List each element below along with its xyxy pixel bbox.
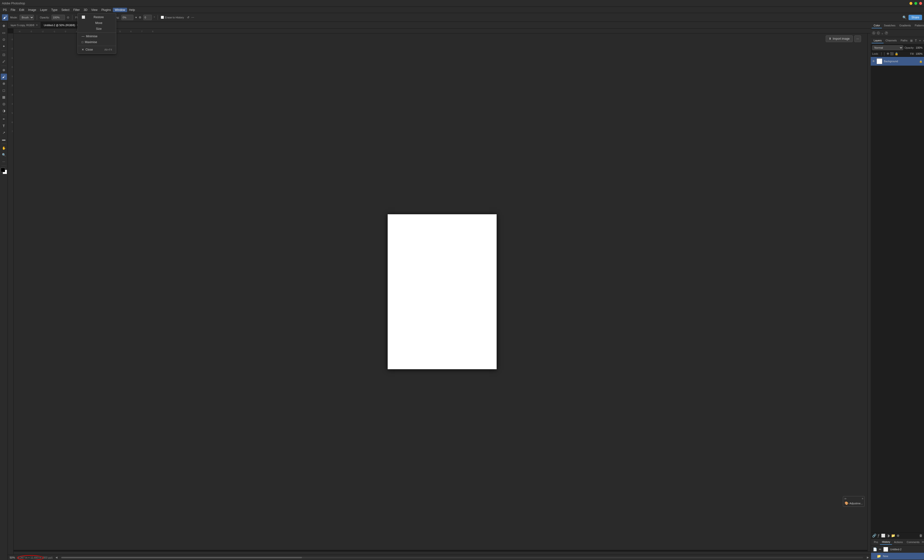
menu-3d[interactable]: 3D bbox=[82, 8, 89, 12]
maximize-button[interactable] bbox=[914, 2, 917, 5]
menu-image[interactable]: Image bbox=[26, 8, 38, 12]
pen-tool[interactable]: ✒ bbox=[1, 116, 7, 122]
airbrush-icon[interactable]: ⋯ bbox=[191, 16, 194, 19]
angle-input[interactable] bbox=[143, 15, 152, 20]
tab-comments[interactable]: Comments bbox=[904, 540, 921, 545]
add-mask-btn[interactable]: ⬜ bbox=[881, 534, 885, 538]
tab-pro[interactable]: Pro bbox=[872, 540, 880, 545]
lock-pixels-icon[interactable]: ⋮⋮ bbox=[880, 52, 886, 55]
adjustments-close[interactable]: ✕ bbox=[861, 497, 864, 500]
tab-color[interactable]: Color bbox=[872, 23, 882, 28]
menu-help[interactable]: Help bbox=[127, 8, 137, 12]
hand-tool[interactable]: ✋ bbox=[1, 145, 7, 151]
dodge-tool[interactable]: ◑ bbox=[1, 108, 7, 114]
new-layer-btn[interactable]: ⊕ bbox=[897, 534, 900, 538]
menu-window[interactable]: Window bbox=[113, 8, 127, 12]
magic-wand-tool[interactable]: ✦ bbox=[1, 43, 7, 49]
more-options-button[interactable]: ··· bbox=[854, 35, 861, 42]
share-button[interactable]: Share bbox=[909, 15, 922, 20]
opacity-input[interactable] bbox=[52, 15, 65, 20]
dropdown-size[interactable]: Size bbox=[78, 26, 116, 32]
color-panel-icon-4[interactable]: Ⓟ bbox=[885, 31, 888, 35]
nav-left-icon[interactable]: ◀ bbox=[56, 556, 57, 559]
dropdown-close[interactable]: ✕ Close Alt+F4 bbox=[78, 47, 116, 52]
import-image-button[interactable]: ⬆ Import image bbox=[826, 35, 853, 42]
brush-tool[interactable]: 🖌 bbox=[1, 73, 7, 80]
layers-panel-icon-3[interactable]: + bbox=[918, 39, 922, 43]
path-select-tool[interactable]: ↗ bbox=[1, 130, 7, 136]
tab-history[interactable]: History bbox=[880, 539, 892, 545]
blur-tool[interactable]: ◎ bbox=[1, 101, 7, 107]
color-panel-icon-3[interactable]: ⬦ bbox=[881, 31, 884, 35]
opacity-icon[interactable]: ⊙ bbox=[67, 16, 69, 19]
delete-layer-btn[interactable]: 🗑 bbox=[919, 534, 922, 538]
tab-layer5copy[interactable]: layer 5 copy, RGB/8 ✕ bbox=[8, 22, 41, 28]
clone-tool[interactable]: ⊗ bbox=[1, 80, 7, 87]
layer-visibility-icon[interactable]: 👁 bbox=[872, 60, 875, 63]
brush-mode-select[interactable]: Brush bbox=[20, 15, 34, 20]
color-panel-icon-2[interactable]: Ⓒ bbox=[877, 31, 880, 35]
crop-tool[interactable]: ⊡ bbox=[1, 52, 7, 58]
dropdown-minimise[interactable]: — Minimise bbox=[78, 33, 116, 39]
lasso-tool[interactable]: ⊙ bbox=[1, 36, 7, 43]
erase-to-history-checkbox-label[interactable]: Erase to History bbox=[161, 16, 184, 19]
zoom-tool[interactable]: 🔍 bbox=[1, 151, 7, 158]
tab-channels[interactable]: Channels bbox=[884, 38, 898, 43]
foreground-color[interactable] bbox=[1, 168, 5, 172]
close-button[interactable] bbox=[919, 2, 922, 5]
tab-actions[interactable]: Actions bbox=[892, 540, 904, 545]
history-brush-icon[interactable]: ↺ bbox=[187, 16, 189, 19]
lock-position-icon[interactable]: ✙ bbox=[887, 52, 889, 55]
lock-artboard-icon[interactable]: ⬛ bbox=[890, 52, 894, 55]
tab-swatches[interactable]: Swatches bbox=[882, 23, 897, 28]
horizontal-scrollbar[interactable] bbox=[14, 551, 871, 555]
extra-tools[interactable]: ··· bbox=[1, 158, 7, 165]
link-layers-btn[interactable]: 🔗 bbox=[872, 534, 876, 538]
new-adjustment-btn[interactable]: ◑ bbox=[887, 534, 890, 538]
menu-layer[interactable]: Layer bbox=[38, 8, 49, 12]
menu-type[interactable]: Type bbox=[49, 8, 59, 12]
menu-file[interactable]: File bbox=[9, 8, 17, 12]
adjustments-collapse[interactable]: ≫ bbox=[844, 497, 846, 500]
canvas-document[interactable] bbox=[388, 214, 496, 369]
layer-fx-btn[interactable]: Ƒ bbox=[878, 534, 880, 538]
menu-view[interactable]: View bbox=[89, 8, 99, 12]
history-item-1[interactable]: 📁 New bbox=[871, 553, 924, 560]
menu-plugins[interactable]: Plugins bbox=[99, 8, 113, 12]
eraser-tool[interactable]: ◻ bbox=[1, 87, 7, 93]
smoothing-input[interactable] bbox=[121, 15, 134, 20]
tab-patterns[interactable]: Patterns bbox=[913, 23, 924, 28]
blend-mode-select[interactable]: Normal Multiply Screen Overlay bbox=[872, 45, 903, 50]
history-item-0[interactable]: 📄 ✏ Untitled-2 bbox=[871, 546, 924, 553]
dropdown-restore[interactable]: ⬜ Restore bbox=[78, 14, 116, 20]
select-rect-tool[interactable]: ▭ bbox=[1, 30, 7, 36]
dropdown-maximise[interactable]: □ Maximise bbox=[78, 39, 116, 45]
menu-edit[interactable]: Edit bbox=[17, 8, 26, 12]
minimize-button[interactable] bbox=[909, 2, 912, 5]
search-icon[interactable]: 🔍 bbox=[903, 15, 907, 19]
heal-tool[interactable]: ⊕ bbox=[1, 67, 7, 73]
vertical-scrollbar[interactable] bbox=[867, 33, 871, 551]
tab-untitled2[interactable]: Untitled-2 @ 50% (RGB/8) ✕ bbox=[41, 22, 82, 28]
color-panel-icon-1[interactable]: Ⓐ bbox=[872, 31, 875, 35]
new-group-btn[interactable]: 📁 bbox=[891, 534, 895, 538]
lock-all-icon[interactable]: 🔒 bbox=[895, 52, 898, 55]
type-tool[interactable]: T bbox=[1, 123, 7, 129]
layer-item-background[interactable]: 👁 Background 🔒 bbox=[871, 57, 924, 66]
move-tool[interactable]: ✥ bbox=[1, 23, 7, 29]
tab-paths[interactable]: Paths bbox=[899, 38, 909, 43]
shape-tool[interactable]: ▬ bbox=[1, 136, 7, 142]
layers-panel-icon-2[interactable]: T bbox=[914, 39, 918, 43]
settings-icon[interactable]: ⚙ bbox=[139, 16, 141, 19]
color-swatches[interactable] bbox=[1, 168, 7, 174]
menu-filter[interactable]: Filter bbox=[71, 8, 82, 12]
nav-right-icon[interactable]: ▶ bbox=[867, 556, 869, 559]
history-panel-collapse[interactable]: ≫ bbox=[922, 541, 924, 544]
erase-to-history-checkbox[interactable] bbox=[161, 16, 164, 19]
menu-ps[interactable]: PS bbox=[1, 8, 9, 12]
tab-close-0[interactable]: ✕ bbox=[36, 24, 38, 26]
menu-select[interactable]: Select bbox=[59, 8, 71, 12]
layers-panel-icon-1[interactable]: ⊞ bbox=[909, 39, 914, 43]
tab-layers[interactable]: Layers bbox=[872, 38, 884, 43]
gradient-tool[interactable]: ▦ bbox=[1, 94, 7, 100]
